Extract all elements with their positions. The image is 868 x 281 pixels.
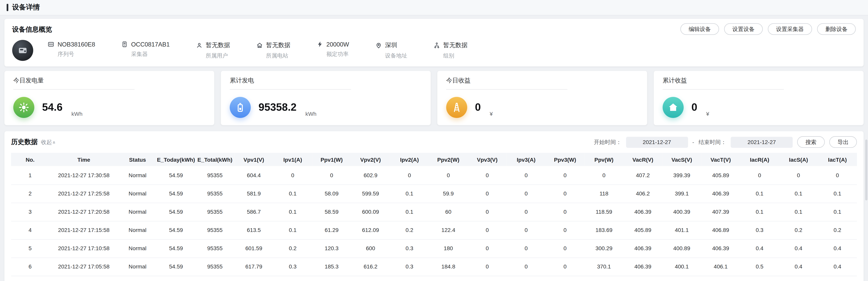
table-cell: 616.2 [351, 257, 390, 276]
table-cell: Normal [119, 257, 157, 276]
table-cell: 0 [468, 203, 506, 221]
power-icon [316, 41, 323, 48]
table-row: 32021-12-27 17:20:58Normal54.5995355586.… [11, 203, 857, 221]
history-data-card: 历史数据 收起 » 开始时间： 2021-12-27 - 结束时间： 2021-… [4, 131, 864, 281]
end-date-input[interactable]: 2021-12-27 [731, 136, 793, 147]
table-cell: 0 [506, 184, 546, 203]
table-cell: Normal [119, 221, 157, 239]
table-cell: 1 [11, 166, 49, 184]
table-cell: 54.59 [157, 203, 195, 221]
table-cell: 6 [11, 257, 49, 276]
delete-device-button[interactable]: 删除设备 [817, 23, 856, 35]
table-cell: 0 [468, 184, 506, 203]
table-cell: 0.1 [390, 184, 429, 203]
stat-cards-row: 今日发电量54.6kWh累计发电95358.2kWh今日收益0¥累计收益0¥ [4, 71, 864, 125]
table-cell: 613.5 [234, 221, 273, 239]
table-cell: 58.09 [312, 184, 351, 203]
table-cell: 0 [546, 203, 585, 221]
table-cell: 59.9 [429, 184, 468, 203]
title-accent-bar [7, 4, 8, 11]
table-cell: 0 [546, 257, 585, 276]
page-title: 设备详情 [12, 3, 40, 12]
table-cell: 54.59 [157, 221, 195, 239]
table-cell: 0.1 [779, 184, 818, 203]
table-cell: 54.59 [157, 184, 195, 203]
stat-value: 0 [475, 101, 481, 114]
device-info-item: NOB38160E8序列号 [48, 41, 95, 60]
stat-title: 累计发电 [230, 76, 351, 90]
column-header-ppv3-w: Ppv3(W) [546, 153, 585, 166]
table-cell: 0.1 [779, 203, 818, 221]
export-button[interactable]: 导出 [829, 136, 857, 148]
table-cell: Normal [119, 203, 157, 221]
column-header-e-today-kwh: E_Today(kWh) [157, 153, 195, 166]
device-info-label: 设备地址 [385, 52, 407, 60]
edit-device-button[interactable]: 编辑设备 [680, 23, 719, 35]
table-cell: 0.1 [390, 203, 429, 221]
table-cell: 400.1 [662, 257, 701, 276]
device-info-label: 额定功率 [327, 51, 349, 58]
collapse-toggle[interactable]: 收起 » [41, 138, 55, 146]
table-cell: 5 [11, 239, 49, 257]
collector-icon [121, 41, 128, 48]
table-cell: 399.39 [662, 166, 701, 184]
device-info-value: NOB38160E8 [58, 41, 95, 48]
table-cell: 406.39 [623, 239, 662, 257]
stat-value: 95358.2 [258, 101, 297, 114]
table-cell: 0.2 [390, 221, 429, 239]
column-header-ppv1-w: Ppv1(W) [312, 153, 351, 166]
stat-unit: kWh [306, 111, 316, 118]
start-time-label: 开始时间： [594, 138, 621, 146]
stat-title: 累计收益 [662, 76, 784, 90]
stat-unit: ¥ [706, 111, 709, 118]
device-info-value: OCC0817AB1 [131, 41, 170, 48]
table-cell: 0 [506, 166, 546, 184]
device-info-row: NOB38160E8序列号OCC0817AB1采集器暂无数据所属用户暂无数据所属… [12, 40, 856, 61]
table-row: 42021-12-27 17:15:58Normal54.5995355613.… [11, 221, 857, 239]
device-detail-page: 设备详情 设备信息概览 编辑设备设置设备设置采集器删除设备 NOB38160E8… [0, 0, 868, 281]
set-collector-button[interactable]: 设置采集器 [768, 23, 812, 35]
device-info-label: 序列号 [58, 51, 95, 58]
table-cell: 0 [468, 257, 506, 276]
table-cell: 3 [11, 203, 49, 221]
table-cell: 0.2 [818, 221, 857, 239]
table-cell: 2021-12-27 17:20:58 [49, 203, 118, 221]
device-info-item: 深圳设备地址 [375, 41, 407, 60]
table-cell: 0.4 [779, 239, 818, 257]
table-cell: 617.79 [234, 257, 273, 276]
table-cell: 0.2 [273, 239, 312, 257]
table-cell: 586.7 [234, 203, 273, 221]
column-header-ipv3-a: Ipv3(A) [506, 153, 546, 166]
device-info-value: 暂无数据 [206, 41, 230, 49]
table-cell: 0 [506, 257, 546, 276]
history-header: 历史数据 收起 » 开始时间： 2021-12-27 - 结束时间： 2021-… [11, 136, 857, 148]
table-cell: 0 [390, 166, 429, 184]
table-row: 62021-12-27 17:05:58Normal54.5995355617.… [11, 257, 857, 276]
set-device-button[interactable]: 设置设备 [724, 23, 763, 35]
table-row: 12021-12-27 17:30:58Normal54.5995355604.… [11, 166, 857, 184]
table-cell: 0 [506, 203, 546, 221]
column-header-vact-v: VacT(V) [701, 153, 740, 166]
pylon-icon [446, 97, 467, 118]
table-cell: 0 [546, 221, 585, 239]
table-cell: 0.4 [779, 257, 818, 276]
table-cell: 118 [585, 184, 623, 203]
vertical-scrollbar-thumb[interactable] [865, 139, 867, 200]
stat-title: 今日发电量 [13, 76, 134, 90]
table-cell: Normal [119, 166, 157, 184]
table-row: 22021-12-27 17:25:58Normal54.5995355581.… [11, 184, 857, 203]
table-cell: 407.2 [623, 166, 662, 184]
table-cell: 2021-12-27 17:15:58 [49, 221, 118, 239]
table-cell: 0.3 [273, 257, 312, 276]
table-cell: 602.9 [351, 166, 390, 184]
table-cell: 0 [468, 239, 506, 257]
table-cell: 2021-12-27 17:05:58 [49, 257, 118, 276]
search-button[interactable]: 搜索 [797, 136, 825, 148]
house-icon [662, 97, 684, 118]
column-header-no: No. [11, 153, 49, 166]
start-date-input[interactable]: 2021-12-27 [626, 136, 688, 147]
stat-card-today-generation: 今日发电量54.6kWh [4, 71, 214, 125]
table-cell: 0 [273, 166, 312, 184]
device-info-item: 暂无数据所属用户 [196, 41, 230, 60]
device-info-value: 暂无数据 [266, 41, 290, 49]
